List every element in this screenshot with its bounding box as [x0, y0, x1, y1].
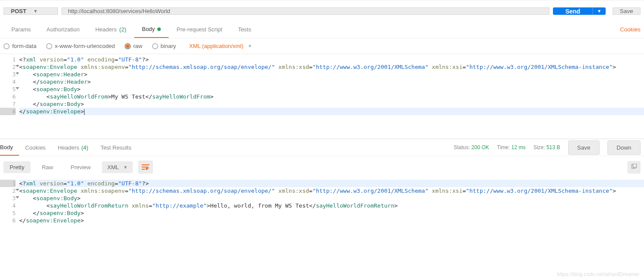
method-value: POST: [11, 8, 26, 14]
radio-urlencoded[interactable]: x-www-form-urlencoded: [46, 43, 115, 49]
view-raw[interactable]: Raw: [36, 161, 59, 173]
response-tab-test-results[interactable]: Test Results: [95, 139, 138, 156]
send-dropdown-button[interactable]: ▼: [593, 7, 606, 15]
radio-label: form-data: [12, 43, 37, 49]
tab-prerequest[interactable]: Pre-request Script: [169, 21, 230, 38]
tab-authorization[interactable]: Authorization: [39, 21, 88, 38]
wrap-icon: [142, 164, 149, 170]
content-type-value: XML (application/xml): [189, 43, 244, 49]
radio-label: raw: [133, 43, 142, 49]
wrap-lines-button[interactable]: [138, 160, 153, 174]
radio-checked-icon: [125, 43, 131, 49]
status-value: 200 OK: [471, 144, 489, 150]
tab-headers[interactable]: Headers (2): [88, 21, 134, 38]
caret-down-icon: ▼: [33, 9, 37, 14]
svg-rect-1: [633, 164, 637, 167]
response-format-select[interactable]: XML ▼: [102, 161, 133, 173]
send-button[interactable]: Send: [553, 7, 592, 15]
radio-label: binary: [161, 43, 176, 49]
body-active-dot-icon: [157, 27, 161, 31]
response-tabs-bar: Body Cookies Headers (4) Test Results St…: [0, 139, 644, 156]
radio-icon: [46, 43, 52, 49]
url-input[interactable]: [61, 7, 549, 15]
response-tab-headers-label: Headers: [58, 144, 79, 151]
radio-raw[interactable]: raw: [125, 43, 142, 49]
radio-label: x-www-form-urlencoded: [55, 43, 115, 49]
tab-body[interactable]: Body: [134, 21, 169, 38]
response-meta: Status: 200 OK Time: 12 ms Size: 513 B S…: [454, 140, 644, 155]
time-group: Time: 12 ms: [497, 144, 526, 150]
response-tab-cookies[interactable]: Cookies: [19, 139, 52, 156]
status-label: Status:: [454, 144, 470, 150]
request-body-editor[interactable]: 12345678 <?xml version="1.0" encoding="U…: [0, 54, 644, 117]
tab-params[interactable]: Params: [3, 21, 39, 38]
caret-down-icon: ▼: [248, 44, 252, 48]
view-preview[interactable]: Preview: [64, 161, 97, 173]
time-value: 12 ms: [511, 144, 525, 150]
content-type-select[interactable]: XML (application/xml) ▼: [189, 43, 252, 49]
response-download-button[interactable]: Down: [607, 140, 641, 155]
radio-icon: [3, 43, 10, 49]
send-group: Send ▼: [553, 7, 605, 15]
time-label: Time:: [497, 144, 510, 150]
response-tab-headers[interactable]: Headers (4): [52, 139, 95, 156]
radio-binary[interactable]: binary: [152, 43, 176, 49]
request-tabs: Params Authorization Headers (2) Body Pr…: [0, 21, 644, 38]
body-type-selector: form-data x-www-form-urlencoded raw bina…: [0, 38, 644, 54]
response-view-selector: Pretty Raw Preview XML ▼: [0, 156, 644, 178]
code-lines: <?xml version="1.0" encoding="UTF-8"?><s…: [19, 56, 644, 115]
response-body-viewer[interactable]: 123456 <?xml version="1.0" encoding="UTF…: [0, 178, 644, 226]
size-group: Size: 513 B: [533, 144, 560, 150]
radio-form-data[interactable]: form-data: [3, 43, 37, 49]
headers-count: (2): [119, 26, 126, 33]
save-button[interactable]: Save: [613, 7, 641, 15]
response-save-button[interactable]: Save: [568, 140, 600, 155]
request-bar: POST ▼ Send ▼ Save: [0, 0, 644, 21]
radio-icon: [152, 43, 158, 49]
response-format-value: XML: [107, 164, 119, 171]
cookies-link[interactable]: Cookies: [620, 26, 641, 33]
method-select[interactable]: POST ▼: [3, 7, 58, 15]
line-gutter: 123456: [0, 180, 19, 224]
response-headers-count: (4): [81, 144, 88, 151]
response-tab-body[interactable]: Body: [0, 139, 19, 156]
code-lines: <?xml version="1.0" encoding="UTF-8"?><s…: [19, 180, 644, 224]
status-group: Status: 200 OK: [454, 144, 489, 150]
size-label: Size:: [533, 144, 545, 150]
line-gutter: 12345678: [0, 56, 19, 115]
tab-tests[interactable]: Tests: [230, 21, 259, 38]
size-value: 513 B: [546, 144, 560, 150]
copy-response-button[interactable]: [627, 161, 641, 174]
caret-down-icon: ▼: [123, 165, 128, 170]
copy-icon: [631, 164, 637, 170]
view-pretty[interactable]: Pretty: [3, 161, 31, 173]
tab-headers-label: Headers: [95, 26, 117, 33]
tab-body-label: Body: [142, 26, 155, 32]
